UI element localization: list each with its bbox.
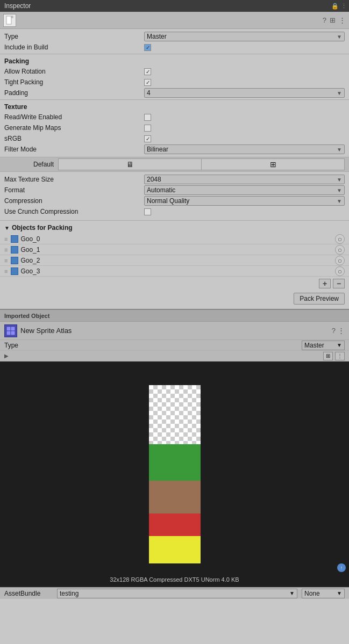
platform-form-section: Max Texture Size 2048 ▼ Format Automatic… — [0, 172, 349, 219]
drag-handle-0[interactable]: ≡ — [4, 236, 8, 242]
obj-action-0[interactable]: ○ — [335, 234, 345, 244]
obj-icon-3 — [11, 267, 18, 275]
svg-rect-4 — [11, 327, 15, 330]
format-label: Format — [4, 186, 144, 194]
padding-dropdown[interactable]: 4 ▼ — [144, 88, 345, 98]
inspector-menu-icon[interactable]: ⋮ — [339, 16, 346, 24]
read-write-row: Read/Write Enabled — [0, 112, 349, 122]
read-write-label: Read/Write Enabled — [4, 113, 144, 121]
object-row-goo0: ≡ Goo_0 ○ — [0, 234, 349, 244]
type-dropdown[interactable]: Master ▼ — [144, 32, 345, 41]
sprite-atlas-name: New Sprite Atlas — [20, 327, 329, 335]
pack-preview-row: Pack Preview — [0, 291, 349, 309]
monitor-icon: 🖥 — [126, 160, 134, 169]
crunch-checkbox[interactable] — [144, 208, 151, 215]
add-object-button[interactable]: + — [319, 279, 331, 288]
red-area — [149, 513, 201, 536]
drag-handle-3[interactable]: ≡ — [4, 268, 8, 274]
objects-packing-list: ≡ Goo_0 ○ ≡ Goo_1 ○ ≡ Goo_2 ○ ≡ Goo_3 ○ — [0, 234, 349, 277]
asset-doc-icon — [3, 14, 16, 27]
allow-rotation-checkbox[interactable] — [144, 68, 151, 75]
packing-section-label: Packing — [0, 55, 349, 66]
yellow-area — [149, 536, 201, 563]
format-dropdown[interactable]: Automatic ▼ — [144, 185, 345, 195]
object-row-goo2: ≡ Goo_2 ○ — [0, 255, 349, 266]
imported-type-arrow: ▼ — [337, 342, 342, 348]
obj-name-0: Goo_0 — [20, 235, 335, 243]
menu-icon[interactable]: ⋮ — [341, 3, 347, 10]
drag-handle-2[interactable]: ≡ — [4, 257, 8, 264]
include-build-checkbox[interactable] — [144, 44, 151, 51]
svg-rect-2 — [11, 16, 13, 18]
lock-icon[interactable]: 🔒 — [331, 3, 339, 10]
srgb-row: sRGB — [0, 133, 349, 144]
view-more-icon[interactable]: ⋮ — [335, 352, 345, 360]
imported-type-dropdown[interactable]: Master ▼ — [302, 341, 345, 350]
bundle-dropdown-arrow: ▼ — [289, 590, 295, 596]
help-icon[interactable]: ? — [323, 16, 326, 24]
read-write-checkbox[interactable] — [144, 114, 151, 121]
view-grid-icon[interactable]: ⊞ — [323, 352, 333, 360]
imported-object-header: Imported Object — [0, 310, 349, 322]
imported-object-label: Imported Object — [4, 313, 49, 319]
collapse-arrow[interactable]: ▼ — [4, 225, 10, 231]
compression-row: Compression Normal Quality ▼ — [0, 196, 349, 206]
max-texture-dropdown[interactable]: 2048 ▼ — [144, 175, 345, 184]
pack-preview-button[interactable]: Pack Preview — [294, 293, 345, 305]
obj-name-3: Goo_3 — [20, 267, 335, 275]
expand-arrow[interactable]: ▶ — [4, 353, 9, 359]
checker-area — [149, 385, 201, 444]
obj-name-2: Goo_2 — [20, 257, 335, 264]
compression-dropdown[interactable]: Normal Quality ▼ — [144, 196, 345, 206]
include-build-label: Include in Build — [4, 44, 144, 51]
allow-rotation-row: Allow Rotation — [0, 66, 349, 77]
type-row: Type Master ▼ — [0, 31, 349, 42]
tight-packing-checkbox[interactable] — [144, 79, 151, 86]
format-arrow: ▼ — [337, 187, 342, 193]
title-bar: Inspector 🔒 ⋮ — [0, 0, 349, 12]
inspector-title: Inspector — [4, 2, 31, 10]
obj-icon-1 — [11, 246, 18, 254]
texture-section-label: Texture — [0, 101, 349, 112]
obj-icon-0 — [11, 235, 18, 243]
sprite-header-icons: ? ⋮ — [332, 327, 345, 335]
asset-bundle-label: AssetBundle — [4, 590, 53, 597]
brown-area — [149, 481, 201, 513]
obj-action-1[interactable]: ○ — [335, 245, 345, 255]
obj-icon-2 — [11, 257, 18, 264]
windows-icon: ⊞ — [270, 160, 276, 169]
filter-mode-dropdown[interactable]: Bilinear ▼ — [144, 144, 345, 154]
filter-mode-label: Filter Mode — [4, 146, 144, 153]
srgb-label: sRGB — [4, 135, 144, 142]
svg-rect-3 — [7, 327, 10, 330]
preview-info: 32x128 RGBA Compressed DXT5 UNorm 4.0 KB — [0, 576, 349, 583]
objects-packing-label: Objects for Packing — [12, 224, 73, 231]
platform-default-label: Default — [4, 161, 58, 168]
max-texture-arrow: ▼ — [337, 177, 342, 183]
filter-mode-row: Filter Mode Bilinear ▼ — [0, 144, 349, 155]
asset-bundle-dropdown[interactable]: testing ▼ — [57, 589, 297, 598]
layout-icon[interactable]: ⊞ — [330, 16, 336, 24]
generate-mip-row: Generate Mip Maps — [0, 122, 349, 133]
compression-label: Compression — [4, 197, 144, 205]
green-area — [149, 444, 201, 481]
asset-bundle-variant-dropdown[interactable]: None ▼ — [302, 589, 345, 598]
platform-tab-windows[interactable]: ⊞ — [201, 158, 345, 170]
srgb-checkbox[interactable] — [144, 135, 151, 142]
generate-mip-label: Generate Mip Maps — [4, 124, 144, 132]
padding-label: Padding — [4, 89, 144, 97]
scroll-to-top-button[interactable]: ↑ — [337, 563, 346, 572]
remove-object-button[interactable]: − — [333, 279, 345, 288]
drag-handle-1[interactable]: ≡ — [4, 247, 8, 253]
sprite-help-icon[interactable]: ? — [332, 327, 336, 335]
sprite-menu-icon[interactable]: ⋮ — [338, 327, 345, 335]
obj-action-2[interactable]: ○ — [335, 256, 345, 265]
obj-action-3[interactable]: ○ — [335, 266, 345, 276]
format-row: Format Automatic ▼ — [0, 185, 349, 196]
generate-mip-checkbox[interactable] — [144, 125, 151, 132]
sprite-atlas-icon — [4, 324, 17, 337]
expand-row: ▶ ⊞ ⋮ — [0, 351, 349, 361]
platform-tab-monitor[interactable]: 🖥 — [58, 158, 201, 170]
tight-packing-label: Tight Packing — [4, 78, 144, 86]
obj-name-1: Goo_1 — [20, 246, 335, 254]
